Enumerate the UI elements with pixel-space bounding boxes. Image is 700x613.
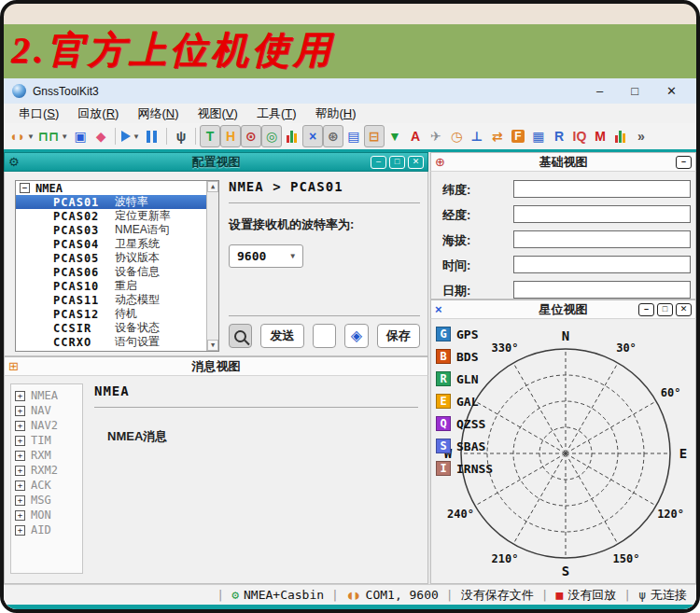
config-tree-item[interactable]: PCAS11动态模型	[16, 293, 206, 307]
config-tree-item[interactable]: PCAS01波特率	[16, 195, 206, 209]
sky-minimize-button[interactable]: –	[638, 303, 654, 316]
menu-item-V[interactable]: 视图(V)	[189, 105, 247, 122]
menu-item-S[interactable]: 串口(S)	[9, 105, 68, 122]
config-tree-item[interactable]: PCAS04卫星系统	[16, 237, 206, 251]
message-tree-item-nav[interactable]: +NAV	[11, 403, 82, 418]
basic-field-value[interactable]	[513, 230, 691, 248]
menu-item-T[interactable]: 工具(T)	[247, 105, 306, 122]
play-icon	[121, 131, 131, 142]
text-view-button[interactable]: T	[200, 125, 220, 147]
expand-icon[interactable]: +	[15, 421, 25, 431]
swap-button[interactable]: ⇄	[487, 125, 508, 147]
tree-view-button[interactable]: ⊟	[364, 125, 385, 147]
config-tree-item[interactable]: PCAS10重启	[16, 279, 206, 293]
config-tree-item[interactable]: PCAS05协议版本	[16, 251, 206, 265]
download-button[interactable]: ▼	[385, 125, 405, 147]
message-tree-item-nmea[interactable]: +NMEA	[11, 388, 82, 403]
collapse-icon[interactable]: −	[20, 183, 30, 193]
config-close-button[interactable]: ✕	[408, 156, 424, 169]
menu-item-N[interactable]: 网络(N)	[128, 105, 188, 122]
window-close-button[interactable]: ✕	[666, 84, 677, 98]
iq-button[interactable]: IQ	[569, 125, 590, 147]
expand-icon[interactable]: +	[15, 436, 25, 446]
format-button[interactable]: F	[508, 125, 528, 147]
stat-chart-button[interactable]: ▦	[528, 125, 549, 147]
save-config-button[interactable]: 保存	[377, 324, 420, 348]
config-tree-root[interactable]: −NMEA	[16, 181, 206, 195]
expand-icon[interactable]: +	[15, 466, 25, 476]
menu-item-R[interactable]: 回放(R)	[68, 105, 128, 122]
expand-icon[interactable]: +	[15, 481, 25, 491]
config-tree-item[interactable]: PCAS06设备信息	[16, 265, 206, 279]
message-tree: +NMEA+NAV+NAV2+TIM+RXM+RXM2+ACK+MSG+MON+…	[10, 383, 83, 574]
config-tree-scrollbar[interactable]: ▲ ▼	[206, 181, 218, 351]
expand-icon[interactable]: +	[15, 510, 25, 521]
connect-button[interactable]: ψ	[171, 125, 191, 147]
message-tree-label: NAV	[31, 404, 51, 417]
config-tree-item[interactable]: PCAS03NMEA语句	[16, 223, 206, 237]
message-tree-item-ack[interactable]: +ACK	[11, 478, 82, 493]
pigeon-button[interactable]: ✈	[426, 125, 446, 147]
antenna-button[interactable]: A	[405, 125, 426, 147]
basic-minimize-button[interactable]: –	[676, 156, 692, 169]
scroll-up-icon[interactable]: ▲	[207, 181, 218, 192]
casic-button[interactable]: ◈	[344, 324, 368, 348]
r-signal-button[interactable]: R	[549, 125, 569, 147]
send-param-box[interactable]	[313, 324, 336, 348]
config-tree-item[interactable]: CCRXO语句设置	[16, 335, 206, 349]
message-tree-item-nav2[interactable]: +NAV2	[11, 418, 82, 433]
config-tree-item[interactable]: PCAS02定位更新率	[16, 209, 206, 223]
connect-icon: ψ	[176, 129, 187, 144]
menu-item-H[interactable]: 帮助(H)	[306, 105, 366, 122]
query-button[interactable]	[229, 324, 252, 348]
config-tree-item[interactable]: PCAS12待机	[16, 307, 206, 321]
waveform-button[interactable]: ⊓⊓▼	[36, 125, 70, 147]
basic-view-button[interactable]: ⊙	[241, 125, 261, 147]
config-tree-item[interactable]: CCSIR设备状态	[16, 321, 206, 335]
sky-view-button[interactable]: ×	[302, 125, 323, 147]
expand-icon[interactable]: +	[15, 525, 25, 536]
measure-button[interactable]: ⊥	[467, 125, 487, 147]
toolbar-overflow-button[interactable]: »	[631, 125, 651, 147]
message-tree-label: MON	[31, 509, 51, 522]
message-tree-item-msg[interactable]: +MSG	[11, 493, 82, 508]
sky-close-button[interactable]: ✕	[676, 303, 692, 316]
message-tree-item-tim[interactable]: +TIM	[11, 433, 82, 448]
basic-field-value[interactable]	[513, 180, 691, 198]
histogram-button[interactable]	[610, 125, 631, 147]
config-minimize-button[interactable]: –	[371, 156, 386, 169]
message-tree-item-rxm2[interactable]: +RXM2	[11, 463, 82, 478]
message-tree-item-rxm[interactable]: +RXM	[11, 448, 82, 463]
basic-field-value[interactable]	[513, 256, 691, 273]
pause-button[interactable]	[142, 125, 162, 147]
expand-icon[interactable]: +	[15, 451, 25, 461]
expand-icon[interactable]: +	[15, 495, 25, 506]
app-globe-icon	[12, 84, 26, 98]
serial-port-button[interactable]: ◖◗▼	[7, 125, 36, 147]
expand-icon[interactable]: +	[15, 406, 25, 416]
expand-icon[interactable]: +	[15, 391, 25, 401]
clock-button[interactable]: ◷	[446, 125, 467, 147]
tag-button[interactable]: ◆	[91, 125, 111, 147]
position-view-button[interactable]: ◎	[261, 125, 282, 147]
window-maximize-button[interactable]: □	[631, 84, 638, 98]
basic-field-value[interactable]	[513, 205, 691, 223]
play-button[interactable]: ▼	[119, 125, 142, 147]
sky-maximize-button[interactable]: □	[657, 303, 673, 316]
legend-label: GLN	[456, 372, 478, 386]
scroll-down-icon[interactable]: ▼	[207, 340, 218, 351]
config-maximize-button[interactable]: □	[389, 156, 405, 169]
message-body-text: NMEA消息	[107, 428, 418, 445]
message-tree-item-aid[interactable]: +AID	[11, 522, 82, 537]
baud-select[interactable]: 9600 ▼	[229, 244, 303, 268]
save-button[interactable]: ▣	[70, 125, 91, 147]
polar-view-button[interactable]: ⊛	[323, 125, 343, 147]
map-button[interactable]: M	[590, 125, 610, 147]
window-minimize-button[interactable]: –	[596, 84, 603, 98]
send-button[interactable]: 发送	[260, 324, 303, 348]
hex-view-button[interactable]: H	[220, 125, 241, 147]
basic-field-value[interactable]	[513, 281, 691, 299]
signal-bars-button[interactable]	[282, 125, 302, 147]
message-tree-item-mon[interactable]: +MON	[11, 508, 82, 522]
table-view-button[interactable]: ▤	[343, 125, 364, 147]
